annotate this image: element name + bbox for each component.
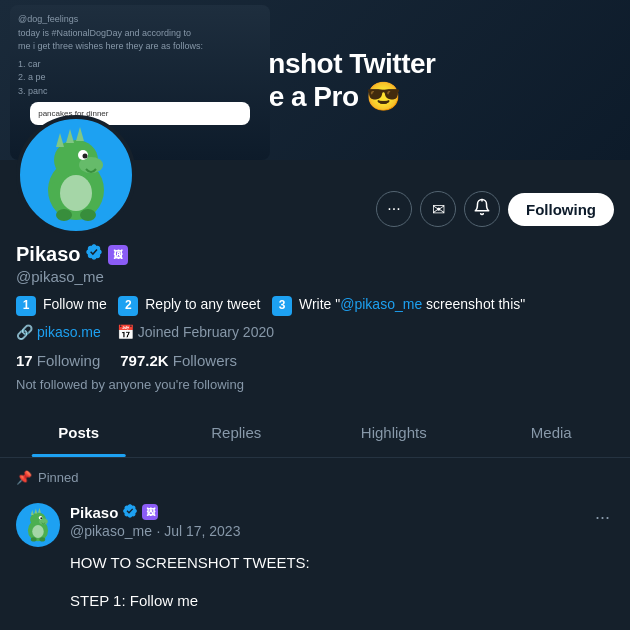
step1-text: Follow me: [43, 296, 107, 312]
tweet-author-name: Pikaso: [70, 504, 118, 521]
step1-num: 1: [16, 296, 36, 316]
tab-highlights[interactable]: Highlights: [315, 408, 473, 457]
tweet-avatar: [16, 503, 60, 547]
tweet-nft-badge: 🖼: [142, 504, 158, 520]
svg-point-22: [31, 537, 37, 541]
tweet-header: Pikaso 🖼 @pikaso_me · Jul 17, 2023: [16, 503, 614, 547]
mail-icon: ✉: [432, 200, 445, 219]
notify-icon: [473, 198, 491, 220]
svg-marker-5: [56, 133, 64, 147]
step2-text: Reply to any tweet: [145, 296, 260, 312]
bio-steps: 1 Follow me 2 Reply to any tweet 3 Write…: [16, 293, 614, 316]
nft-badge: 🖼: [108, 245, 128, 265]
svg-point-9: [56, 209, 72, 221]
notify-button[interactable]: [464, 191, 500, 227]
svg-point-23: [39, 537, 45, 541]
profile-tabs: Posts Replies Highlights Media: [0, 408, 630, 458]
tweet-step2: STEP 2: Reply to the tweet that you want…: [70, 627, 614, 630]
website-link[interactable]: pikaso.me: [37, 324, 101, 340]
following-stat[interactable]: 17 Following: [16, 352, 100, 369]
svg-point-10: [80, 209, 96, 221]
tweet-step1: STEP 1: Follow me: [70, 589, 614, 613]
tweet-name-row: Pikaso 🖼: [70, 503, 240, 522]
profile-name: Pikaso: [16, 243, 80, 266]
avatar: [16, 115, 136, 235]
followers-label: Followers: [173, 352, 237, 369]
pinned-text: Pinned: [38, 470, 78, 485]
tweet-dot: ·: [156, 523, 164, 539]
tweet-author-area: Pikaso 🖼 @pikaso_me · Jul 17, 2023: [16, 503, 240, 547]
tweet-handle: @pikaso_me: [70, 523, 152, 539]
avatar-area: ··· ✉ Following: [16, 115, 614, 235]
follow-button[interactable]: Following: [508, 193, 614, 226]
phone-tweet-lines: @dog_feelings today is #NationalDogDay a…: [18, 13, 262, 98]
tweet-author-info: Pikaso 🖼 @pikaso_me · Jul 17, 2023: [70, 503, 240, 547]
tab-replies[interactable]: Replies: [158, 408, 316, 457]
profile-section: ··· ✉ Following Pikaso 🖼: [0, 115, 630, 392]
link-icon-wrapper: 🔗 pikaso.me: [16, 324, 101, 340]
posts-area: 📌 Pinned: [0, 458, 630, 630]
tweet-meta: @pikaso_me · Jul 17, 2023: [70, 522, 240, 540]
display-name: Pikaso 🖼: [16, 243, 614, 266]
mail-button[interactable]: ✉: [420, 191, 456, 227]
svg-marker-20: [38, 507, 41, 512]
tweet-header-text: HOW TO SCREENSHOT TWEETS:: [70, 551, 614, 575]
link-icon: 🔗: [16, 324, 33, 340]
meta-links: 🔗 pikaso.me 📅 Joined February 2020: [16, 324, 614, 340]
svg-marker-18: [31, 509, 34, 514]
svg-marker-7: [76, 127, 84, 141]
svg-point-11: [60, 175, 92, 211]
more-button[interactable]: ···: [376, 191, 412, 227]
step2-num: 2: [118, 296, 138, 316]
followers-count: 797.2K: [120, 352, 168, 369]
svg-point-17: [40, 517, 42, 519]
svg-point-24: [32, 525, 44, 538]
pin-icon: 📌: [16, 470, 32, 485]
joined-text: Joined February 2020: [138, 324, 274, 340]
step3-num: 3: [272, 296, 292, 316]
tweet-item: Pikaso 🖼 @pikaso_me · Jul 17, 2023: [0, 491, 630, 630]
following-count: 17: [16, 352, 33, 369]
action-buttons: ··· ✉ Following: [376, 191, 614, 235]
pinned-label: 📌 Pinned: [0, 458, 630, 491]
svg-marker-19: [34, 508, 37, 513]
verified-badge: [85, 243, 103, 266]
tweet-more-button[interactable]: ···: [591, 503, 614, 532]
step3-mention[interactable]: @pikaso_me: [340, 296, 422, 312]
stats-row: 17 Following 797.2K Followers: [16, 352, 614, 369]
calendar-wrapper: 📅 Joined February 2020: [117, 324, 274, 340]
tab-media[interactable]: Media: [473, 408, 631, 457]
step3-text-suffix: screenshot this": [422, 296, 525, 312]
following-label: Following: [37, 352, 100, 369]
step3-text-prefix: Write ": [299, 296, 340, 312]
tweet-date: Jul 17, 2023: [164, 523, 240, 539]
tweet-verified-badge: [122, 503, 138, 522]
not-followed-text: Not followed by anyone you're following: [16, 377, 614, 392]
svg-point-4: [83, 154, 88, 159]
svg-marker-6: [66, 129, 74, 143]
tab-posts[interactable]: Posts: [0, 408, 158, 457]
tweet-body: HOW TO SCREENSHOT TWEETS: STEP 1: Follow…: [70, 551, 614, 630]
followers-stat[interactable]: 797.2K Followers: [120, 352, 237, 369]
calendar-icon: 📅: [117, 324, 134, 340]
username: @pikaso_me: [16, 268, 614, 285]
